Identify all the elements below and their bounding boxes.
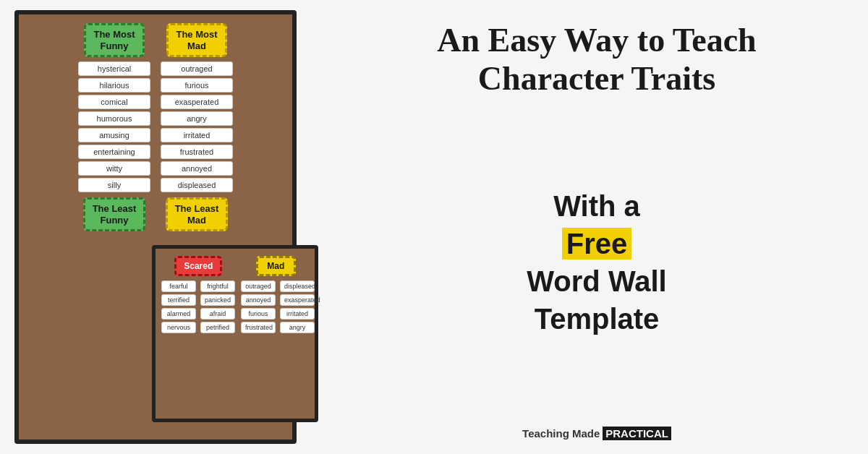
inset-word: afraid bbox=[200, 308, 235, 320]
subtitle-line2: Free bbox=[369, 225, 825, 262]
word-card: furious bbox=[161, 78, 233, 93]
inset-word: furious bbox=[241, 308, 276, 320]
word-card: annoyed bbox=[161, 161, 233, 176]
least-funny-header: The LeastFunny bbox=[83, 197, 146, 231]
subtitle-line3: Word Wall bbox=[369, 262, 825, 300]
main-title-line2: Character Traits bbox=[369, 60, 825, 98]
word-card: witty bbox=[78, 161, 150, 176]
brand-footer: Teaching Made PRACTICAL bbox=[369, 427, 825, 440]
inset-photo-frame: Scared Mad fearful terrified alarmed ner… bbox=[152, 245, 318, 422]
title-block: An Easy Way to Teach Character Traits bbox=[369, 22, 825, 98]
inset-word: annoyed bbox=[241, 294, 276, 306]
mad-column: The MostMad outraged furious exasperated… bbox=[161, 23, 233, 234]
main-title-line1: An Easy Way to Teach bbox=[369, 22, 825, 60]
mad-inset-header: Mad bbox=[256, 256, 296, 276]
left-panel: The MostFunny hysterical hilarious comic… bbox=[0, 0, 311, 454]
most-mad-header: The MostMad bbox=[166, 23, 226, 57]
free-label: Free bbox=[562, 228, 632, 260]
inset-word: irritated bbox=[280, 308, 315, 320]
word-card: irritated bbox=[161, 128, 233, 142]
inset-word: petrified bbox=[200, 322, 235, 333]
funny-column: The MostFunny hysterical hilarious comic… bbox=[78, 23, 150, 234]
inset-word: frustrated bbox=[241, 322, 276, 333]
scared-grid: fearful terrified alarmed nervous fright… bbox=[161, 280, 235, 333]
inset-word: nervous bbox=[161, 322, 196, 333]
word-card: exasperated bbox=[161, 95, 233, 109]
brand-prefix: Teaching Made bbox=[522, 427, 600, 440]
inset-word: alarmed bbox=[161, 308, 196, 320]
least-mad-header: The LeastMad bbox=[166, 197, 229, 231]
word-card: silly bbox=[78, 178, 150, 192]
mad-grid: outraged annoyed furious frustrated disp… bbox=[241, 280, 315, 333]
inset-word: displeased bbox=[280, 280, 315, 292]
word-card: angry bbox=[161, 111, 233, 126]
brand-highlight: PRACTICAL bbox=[603, 427, 671, 440]
inset-word: fearful bbox=[161, 280, 196, 292]
subtitle-line1: With a bbox=[369, 187, 825, 225]
word-card: comical bbox=[78, 95, 150, 109]
word-card: humorous bbox=[78, 111, 150, 126]
most-funny-header: The MostFunny bbox=[84, 23, 144, 57]
word-card: outraged bbox=[161, 61, 233, 76]
scared-header: Scared bbox=[174, 256, 222, 276]
subtitle-block: With a Free Word Wall Template bbox=[369, 187, 825, 338]
inset-word: panicked bbox=[200, 294, 235, 306]
inset-word: exasperated bbox=[280, 294, 315, 306]
word-card: frustrated bbox=[161, 145, 233, 159]
inset-word: terrified bbox=[161, 294, 196, 306]
subtitle-line4: Template bbox=[369, 300, 825, 338]
inset-word: frightful bbox=[200, 280, 235, 292]
word-card: hilarious bbox=[78, 78, 150, 93]
word-card: amusing bbox=[78, 128, 150, 142]
word-card: entertaining bbox=[78, 145, 150, 159]
inset-word: outraged bbox=[241, 280, 276, 292]
inset-word: angry bbox=[280, 322, 315, 333]
word-card: displeased bbox=[161, 178, 233, 192]
right-panel: An Easy Way to Teach Character Traits Wi… bbox=[311, 0, 868, 454]
word-card: hysterical bbox=[78, 61, 150, 76]
